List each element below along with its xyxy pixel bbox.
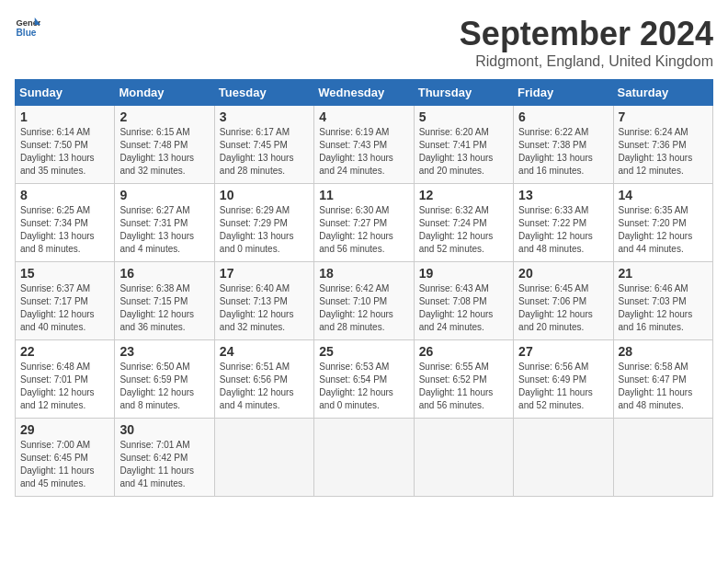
table-row: [613, 419, 712, 497]
col-tuesday: Tuesday: [214, 80, 313, 106]
day-info: Sunrise: 6:15 AM Sunset: 7:48 PM Dayligh…: [119, 126, 209, 178]
day-info: Sunrise: 6:33 AM Sunset: 7:22 PM Dayligh…: [518, 204, 608, 256]
logo-icon: General Blue: [15, 15, 40, 40]
day-number: 9: [119, 188, 209, 202]
table-row: 26 Sunrise: 6:55 AM Sunset: 6:52 PM Dayl…: [414, 340, 513, 419]
day-info: Sunrise: 6:51 AM Sunset: 6:56 PM Dayligh…: [220, 361, 309, 412]
table-row: 17 Sunrise: 6:40 AM Sunset: 7:13 PM Dayl…: [214, 262, 313, 340]
day-info: Sunrise: 6:58 AM Sunset: 6:47 PM Dayligh…: [619, 361, 708, 412]
table-row: 28 Sunrise: 6:58 AM Sunset: 6:47 PM Dayl…: [613, 340, 712, 419]
day-info: Sunrise: 6:27 AM Sunset: 7:31 PM Dayligh…: [119, 204, 209, 256]
day-info: Sunrise: 6:50 AM Sunset: 6:59 PM Dayligh…: [119, 361, 209, 412]
day-info: Sunrise: 6:55 AM Sunset: 6:52 PM Dayligh…: [419, 361, 508, 412]
day-info: Sunrise: 6:17 AM Sunset: 7:45 PM Dayligh…: [220, 126, 309, 178]
day-number: 29: [20, 422, 109, 437]
day-number: 1: [20, 109, 109, 124]
header-row: Sunday Monday Tuesday Wednesday Thursday…: [16, 80, 713, 106]
day-info: Sunrise: 6:25 AM Sunset: 7:34 PM Dayligh…: [20, 204, 109, 256]
day-number: 22: [20, 344, 109, 359]
table-row: 4 Sunrise: 6:19 AM Sunset: 7:43 PM Dayli…: [314, 106, 414, 184]
day-number: 5: [419, 109, 508, 124]
table-row: 15 Sunrise: 6:37 AM Sunset: 7:17 PM Dayl…: [16, 262, 115, 340]
col-thursday: Thursday: [414, 80, 513, 106]
day-number: 2: [119, 109, 209, 124]
day-info: Sunrise: 6:42 AM Sunset: 7:10 PM Dayligh…: [319, 282, 408, 334]
day-number: 21: [619, 266, 708, 281]
day-info: Sunrise: 6:24 AM Sunset: 7:36 PM Dayligh…: [619, 126, 708, 178]
month-title: September 2024: [460, 15, 713, 53]
col-wednesday: Wednesday: [314, 80, 414, 106]
day-number: 13: [518, 188, 608, 202]
day-number: 19: [419, 266, 508, 281]
table-row: [314, 419, 414, 497]
day-info: Sunrise: 6:40 AM Sunset: 7:13 PM Dayligh…: [220, 282, 309, 334]
table-row: 7 Sunrise: 6:24 AM Sunset: 7:36 PM Dayli…: [613, 106, 712, 184]
day-info: Sunrise: 6:48 AM Sunset: 7:01 PM Dayligh…: [20, 361, 109, 412]
day-number: 8: [20, 188, 109, 202]
col-sunday: Sunday: [16, 80, 115, 106]
day-number: 7: [619, 109, 708, 124]
table-row: 18 Sunrise: 6:42 AM Sunset: 7:10 PM Dayl…: [314, 262, 414, 340]
table-row: 24 Sunrise: 6:51 AM Sunset: 6:56 PM Dayl…: [214, 340, 313, 419]
day-number: 10: [220, 188, 309, 202]
day-info: Sunrise: 6:14 AM Sunset: 7:50 PM Dayligh…: [20, 126, 109, 178]
day-info: Sunrise: 6:20 AM Sunset: 7:41 PM Dayligh…: [419, 126, 508, 178]
calendar-week-row: 8 Sunrise: 6:25 AM Sunset: 7:34 PM Dayli…: [16, 184, 713, 262]
day-number: 28: [619, 344, 708, 359]
table-row: 25 Sunrise: 6:53 AM Sunset: 6:54 PM Dayl…: [314, 340, 414, 419]
table-row: 9 Sunrise: 6:27 AM Sunset: 7:31 PM Dayli…: [115, 184, 214, 262]
day-number: 15: [20, 266, 109, 281]
table-row: 19 Sunrise: 6:43 AM Sunset: 7:08 PM Dayl…: [414, 262, 513, 340]
table-row: 2 Sunrise: 6:15 AM Sunset: 7:48 PM Dayli…: [115, 106, 214, 184]
day-number: 4: [319, 109, 408, 124]
page-header: General Blue September 2024 Ridgmont, En…: [15, 15, 713, 70]
table-row: [414, 419, 513, 497]
table-row: 13 Sunrise: 6:33 AM Sunset: 7:22 PM Dayl…: [514, 184, 613, 262]
day-info: Sunrise: 6:22 AM Sunset: 7:38 PM Dayligh…: [518, 126, 608, 178]
day-number: 6: [518, 109, 608, 124]
calendar-week-row: 29 Sunrise: 7:00 AM Sunset: 6:45 PM Dayl…: [16, 419, 713, 497]
day-number: 20: [518, 266, 608, 281]
col-saturday: Saturday: [613, 80, 712, 106]
logo: General Blue: [15, 15, 40, 40]
day-number: 24: [220, 344, 309, 359]
day-number: 11: [319, 188, 408, 202]
day-number: 25: [319, 344, 408, 359]
table-row: 30 Sunrise: 7:01 AM Sunset: 6:42 PM Dayl…: [115, 419, 214, 497]
day-info: Sunrise: 6:45 AM Sunset: 7:06 PM Dayligh…: [518, 282, 608, 334]
day-info: Sunrise: 6:53 AM Sunset: 6:54 PM Dayligh…: [319, 361, 408, 412]
table-row: 14 Sunrise: 6:35 AM Sunset: 7:20 PM Dayl…: [613, 184, 712, 262]
title-block: September 2024 Ridgmont, England, United…: [460, 15, 713, 70]
day-info: Sunrise: 7:01 AM Sunset: 6:42 PM Dayligh…: [119, 439, 209, 490]
day-info: Sunrise: 6:56 AM Sunset: 6:49 PM Dayligh…: [518, 361, 608, 412]
day-number: 23: [119, 344, 209, 359]
day-number: 27: [518, 344, 608, 359]
day-number: 3: [220, 109, 309, 124]
location-title: Ridgmont, England, United Kingdom: [460, 53, 713, 70]
table-row: [514, 419, 613, 497]
table-row: 27 Sunrise: 6:56 AM Sunset: 6:49 PM Dayl…: [514, 340, 613, 419]
table-row: 5 Sunrise: 6:20 AM Sunset: 7:41 PM Dayli…: [414, 106, 513, 184]
calendar-week-row: 1 Sunrise: 6:14 AM Sunset: 7:50 PM Dayli…: [16, 106, 713, 184]
day-info: Sunrise: 6:30 AM Sunset: 7:27 PM Dayligh…: [319, 204, 408, 256]
day-info: Sunrise: 6:29 AM Sunset: 7:29 PM Dayligh…: [220, 204, 309, 256]
calendar-table: Sunday Monday Tuesday Wednesday Thursday…: [15, 79, 713, 497]
table-row: 3 Sunrise: 6:17 AM Sunset: 7:45 PM Dayli…: [214, 106, 313, 184]
day-number: 14: [619, 188, 708, 202]
day-number: 26: [419, 344, 508, 359]
day-info: Sunrise: 6:38 AM Sunset: 7:15 PM Dayligh…: [119, 282, 209, 334]
col-monday: Monday: [115, 80, 214, 106]
day-info: Sunrise: 7:00 AM Sunset: 6:45 PM Dayligh…: [20, 439, 109, 490]
table-row: 6 Sunrise: 6:22 AM Sunset: 7:38 PM Dayli…: [514, 106, 613, 184]
day-number: 30: [119, 422, 209, 437]
svg-text:Blue: Blue: [17, 28, 37, 38]
table-row: 22 Sunrise: 6:48 AM Sunset: 7:01 PM Dayl…: [16, 340, 115, 419]
calendar-week-row: 22 Sunrise: 6:48 AM Sunset: 7:01 PM Dayl…: [16, 340, 713, 419]
table-row: 10 Sunrise: 6:29 AM Sunset: 7:29 PM Dayl…: [214, 184, 313, 262]
col-friday: Friday: [514, 80, 613, 106]
day-info: Sunrise: 6:37 AM Sunset: 7:17 PM Dayligh…: [20, 282, 109, 334]
day-number: 17: [220, 266, 309, 281]
day-info: Sunrise: 6:46 AM Sunset: 7:03 PM Dayligh…: [619, 282, 708, 334]
day-info: Sunrise: 6:32 AM Sunset: 7:24 PM Dayligh…: [419, 204, 508, 256]
table-row: 20 Sunrise: 6:45 AM Sunset: 7:06 PM Dayl…: [514, 262, 613, 340]
